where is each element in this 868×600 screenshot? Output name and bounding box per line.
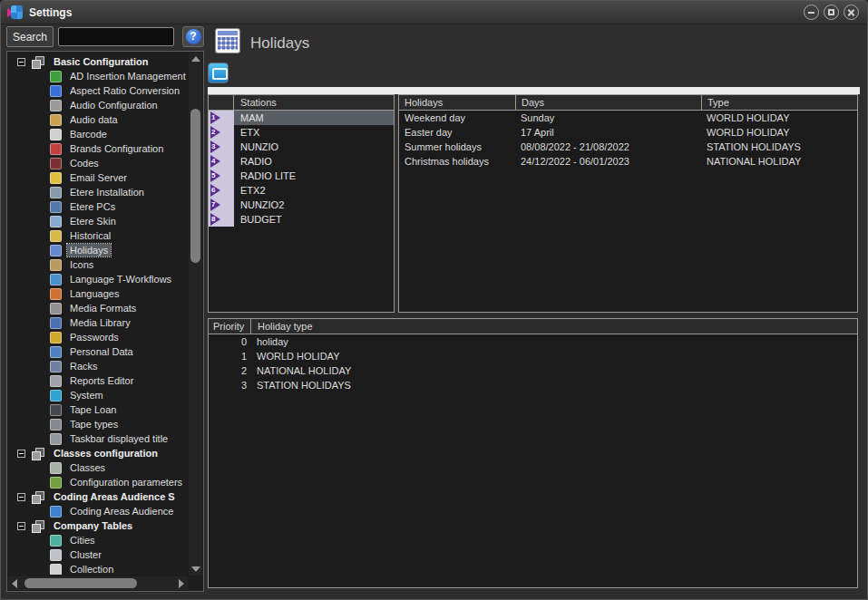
tree-item-reports-editor[interactable]: Reports Editor [9,373,187,388]
tree-item-coding-areas-audience[interactable]: Coding Areas Audience [9,504,187,518]
tree-item-icons[interactable]: Icons [9,257,187,272]
station-row-gutter: 7 [209,198,234,212]
tree-item-tape-types[interactable]: Tape types [9,417,187,431]
coding-areas-audience-icon [50,506,62,518]
tree-group-company-tables[interactable]: Company Tables [9,518,187,533]
tree-item-etere-installation[interactable]: Etere Installation [9,185,187,199]
priority-table: PriorityHoliday type 0holiday1WORLD HOLI… [208,318,858,588]
tree-item-label: Etere Installation [67,186,147,198]
app-logo-icon [7,5,24,21]
holidays-column-header-days[interactable]: Days [515,95,701,110]
holiday-row-easter-day[interactable]: Easter day17 AprilWORLD HOLIDAY [399,125,857,140]
configuration-parameters-icon [50,477,62,489]
priority-row-world-holiday[interactable]: 1WORLD HOLIDAY [209,349,857,363]
station-row-radio[interactable]: 4RADIO [209,154,394,169]
tree-item-taskbar-displayed-title[interactable]: Taskbar displayed title [9,431,187,446]
tree-item-configuration-parameters[interactable]: Configuration parameters [9,475,187,489]
tree-item-aspect-ratio-conversion[interactable]: Aspect Ratio Conversion [9,83,187,98]
tree-item-brands-configuration[interactable]: Brands Configuration [9,141,187,156]
station-row-nunzio[interactable]: 3NUNZIO [209,140,394,154]
tree-vertical-scrollbar[interactable] [189,53,202,576]
holiday-cell: Summer holidays [399,141,515,152]
vertical-scroll-thumb[interactable] [190,109,200,263]
scroll-right-icon[interactable] [179,579,184,588]
collection-icon [50,564,62,576]
close-button[interactable] [844,5,859,20]
holiday-row-weekend-day[interactable]: Weekend daySundayWORLD HOLIDAY [399,111,857,125]
holidays-column-header-type[interactable]: Type [701,95,857,110]
tree-item-label: Languages [67,287,122,300]
titlebar[interactable]: Settings [1,1,867,24]
maximize-button[interactable] [824,5,839,20]
horizontal-scroll-thumb[interactable] [24,578,137,588]
tree-item-cities[interactable]: Cities [9,533,187,547]
station-row-mam[interactable]: 1MAM [209,111,394,125]
scroll-down-icon[interactable] [191,566,200,572]
holiday-row-christmas-holidays[interactable]: Christmas holidays24/12/2022 - 06/01/202… [399,154,857,169]
minimize-button[interactable] [804,5,819,20]
taskbar-title-icon [50,433,62,445]
save-stations-button[interactable] [208,63,229,83]
collapse-expander-icon[interactable] [17,58,25,66]
collapse-expander-icon[interactable] [17,493,25,501]
tree-item-ad-insertion-management[interactable]: AD Insertion Management [9,69,187,83]
tree-item-etere-pcs[interactable]: Etere PCs [9,199,187,214]
personal-data-icon [50,346,62,358]
holidays-header-row: HolidaysDaysType [399,95,857,111]
priority-row-holiday[interactable]: 0holiday [209,334,857,349]
search-input[interactable] [58,27,174,46]
tree-item-language-t-workflows[interactable]: Language T-Workflows [9,272,187,286]
station-row-budget[interactable]: 8BUDGET [209,212,394,227]
collapse-expander-icon[interactable] [17,450,25,458]
tree-group-label: Coding Areas Audience S [51,490,178,503]
tree-item-media-library[interactable]: Media Library [9,315,187,330]
help-button[interactable]: ? [182,26,204,47]
tree-group-coding-areas-audience-s[interactable]: Coding Areas Audience S [9,489,187,504]
holidays-column-header-holidays[interactable]: Holidays [399,97,515,108]
tree-item-languages[interactable]: Languages [9,286,187,301]
tree-item-etere-skin[interactable]: Etere Skin [9,214,187,228]
scroll-left-icon[interactable] [12,579,17,588]
tree-item-barcode[interactable]: Barcode [9,127,187,141]
tree-item-system[interactable]: System [9,388,187,402]
tree-horizontal-scrollbar[interactable] [8,576,188,590]
tree-item-label: Media Library [67,316,133,329]
tree-item-passwords[interactable]: Passwords [9,330,187,344]
tree-item-email-server[interactable]: Email Server [9,170,187,185]
station-name: RADIO LITE [234,169,394,183]
station-row-etx[interactable]: 2ETX [209,125,394,140]
tree-group-classes-configuration[interactable]: Classes configuration [9,446,187,460]
holiday-cell: Christmas holidays [399,156,515,167]
tree-item-classes[interactable]: Classes [9,460,187,475]
priority-row-station-holidays[interactable]: 3STATION HOLIDAYS [209,378,857,392]
tree-item-audio-data[interactable]: Audio data [9,112,187,127]
tree-item-historical[interactable]: Historical [9,228,187,243]
tree-item-audio-configuration[interactable]: Audio Configuration [9,98,187,112]
tree-item-cluster[interactable]: Cluster [9,547,187,562]
priority-column-header-priority[interactable]: Priority [209,321,250,332]
priority-type: holiday [250,336,857,347]
holiday-row-summer-holidays[interactable]: Summer holidays08/08/2022 - 21/08/2022ST… [399,140,857,154]
station-row-nunzio2[interactable]: 7NUNZIO2 [209,198,394,212]
station-row-radio-lite[interactable]: 5RADIO LITE [209,169,394,183]
tree-group-basic-configuration[interactable]: Basic Configuration [9,54,187,69]
search-button[interactable]: Search [6,26,54,47]
holiday-cell: STATION HOLIDAYS [701,141,857,152]
scroll-up-icon[interactable] [191,56,200,62]
tree-item-racks[interactable]: Racks [9,359,187,373]
tree-item-tape-loan[interactable]: Tape Loan [9,402,187,417]
station-row-gutter: 1 [209,111,234,125]
priority-row-national-holiday[interactable]: 2NATIONAL HOLIDAY [209,363,857,378]
tree-item-codes[interactable]: Codes [9,156,187,170]
holiday-cell: NATIONAL HOLIDAY [701,156,857,167]
tree-item-collection[interactable]: Collection [9,562,187,575]
holiday-cell: 24/12/2022 - 06/01/2023 [515,156,701,167]
tree-item-personal-data[interactable]: Personal Data [9,344,187,359]
collapse-expander-icon[interactable] [17,522,25,530]
priority-column-header-holiday-type[interactable]: Holiday type [250,319,857,334]
tree-item-holidays[interactable]: Holidays [9,243,187,257]
folder-group-icon [32,56,44,68]
tree-item-media-formats[interactable]: Media Formats [9,301,187,315]
station-name: MAM [234,111,394,125]
station-row-etx2[interactable]: 6ETX2 [209,183,394,198]
